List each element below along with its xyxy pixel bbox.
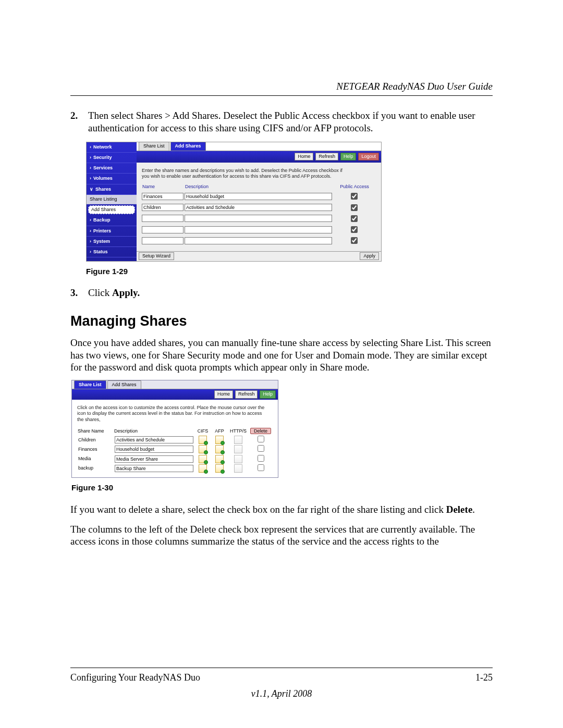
name-input[interactable] [142, 215, 183, 222]
setup-wizard-button[interactable]: Setup Wizard [139, 252, 174, 260]
footer-left: Configuring Your ReadyNAS Duo [70, 672, 200, 683]
help-button[interactable]: Help [340, 153, 357, 161]
step-3-bold: Apply. [112, 287, 140, 298]
para-delete: If you want to delete a share, select th… [70, 503, 493, 516]
delete-checkbox[interactable] [258, 445, 264, 452]
public-access-checkbox[interactable] [351, 193, 358, 200]
https-access-icon[interactable] [234, 445, 242, 453]
name-input[interactable] [142, 204, 183, 211]
public-access-checkbox[interactable] [351, 204, 358, 211]
para-delete-a: If you want to delete a share, select th… [70, 504, 446, 515]
help-button[interactable]: Help [260, 390, 276, 398]
sidebar-label-services: Services [93, 165, 113, 171]
afp-access-icon[interactable] [215, 436, 224, 444]
public-access-checkbox[interactable] [351, 226, 358, 233]
apply-button[interactable]: Apply [360, 252, 379, 260]
para-delete-bold: Delete [446, 504, 473, 515]
desc-input[interactable] [115, 465, 193, 472]
sidebar-item-network[interactable]: › Network [87, 142, 137, 153]
delete-checkbox[interactable] [258, 464, 264, 471]
sidebar-label-system: System [93, 239, 110, 244]
desc-input[interactable] [115, 455, 193, 463]
col-https: HTTP/S [228, 428, 249, 435]
cifs-access-icon[interactable] [199, 455, 207, 463]
step-2-number: 2. [70, 109, 81, 134]
tab-add-shares[interactable]: Add Shares [107, 380, 141, 389]
fig29-tabbar: Share List Add Shares [137, 142, 381, 151]
share-name-cell: Finances [77, 445, 114, 454]
refresh-button[interactable]: Refresh [315, 153, 338, 161]
https-access-icon[interactable] [234, 464, 242, 473]
home-button[interactable]: Home [295, 153, 313, 161]
sidebar-item-system[interactable]: › System [87, 237, 137, 247]
step-3-pre: Click [88, 287, 112, 298]
public-access-checkbox[interactable] [351, 215, 358, 222]
table-row [142, 236, 376, 246]
public-access-checkbox[interactable] [351, 237, 358, 244]
cifs-access-icon[interactable] [199, 436, 207, 444]
sidebar-label-security: Security [93, 155, 112, 161]
col-description: Description [114, 428, 194, 435]
header-rule [70, 95, 493, 96]
tab-add-shares[interactable]: Add Shares [170, 142, 206, 150]
afp-access-icon[interactable] [215, 464, 224, 473]
sidebar-label-network: Network [93, 144, 112, 150]
footer-version: v1.1, April 2008 [70, 688, 493, 699]
col-delete: Delete [249, 428, 273, 435]
logout-button[interactable]: Logout [358, 153, 379, 161]
table-row [142, 191, 376, 202]
step-3-text: Click Apply. [88, 287, 493, 299]
sidebar-item-backup[interactable]: › Backup [87, 215, 137, 226]
share-list-table: Share Name Description CIFS AFP HTTP/S D… [77, 428, 273, 473]
sidebar-item-volumes[interactable]: › Volumes [87, 174, 137, 184]
step-3-number: 3. [70, 287, 81, 299]
figure-1-30: Share List Add Shares Home Refresh Help … [71, 380, 278, 478]
desc-input[interactable] [185, 237, 332, 244]
cifs-access-icon[interactable] [199, 445, 207, 453]
refresh-button[interactable]: Refresh [235, 390, 258, 398]
name-input[interactable] [142, 237, 183, 244]
desc-input[interactable] [115, 446, 193, 453]
table-row [142, 214, 376, 225]
sidebar-item-printers[interactable]: › Printers [87, 226, 137, 237]
name-input[interactable] [142, 193, 183, 200]
desc-input[interactable] [185, 226, 332, 233]
delete-header-button[interactable]: Delete [250, 428, 271, 434]
table-row: Finances [77, 445, 273, 454]
desc-input[interactable] [185, 204, 332, 211]
sidebar-sub-share-listing[interactable]: Share Listing [87, 195, 137, 204]
afp-access-icon[interactable] [215, 455, 224, 463]
sidebar-item-services[interactable]: › Services [87, 163, 137, 174]
sidebar-sub-add-shares[interactable]: Add Shares [88, 205, 135, 214]
name-input[interactable] [142, 226, 183, 233]
afp-access-icon[interactable] [215, 445, 224, 453]
sidebar-item-status[interactable]: › Status [87, 247, 137, 257]
delete-checkbox[interactable] [258, 455, 264, 462]
sidebar-label-status: Status [93, 249, 108, 255]
fig29-instructions: Enter the share names and descriptions y… [142, 168, 350, 180]
table-row [142, 225, 376, 236]
desc-input[interactable] [115, 436, 193, 443]
sidebar-label-shares: Shares [95, 187, 111, 192]
fig29-toolbar: Home Refresh Help Logout [137, 151, 381, 163]
https-access-icon[interactable] [234, 436, 242, 444]
tab-share-list[interactable]: Share List [139, 142, 169, 150]
col-afp: AFP [211, 428, 228, 435]
figure-1-29: › Network › Security › Services › Volume… [86, 142, 382, 262]
https-access-icon[interactable] [234, 455, 242, 463]
share-name-cell: Children [77, 435, 114, 445]
table-row: Media [77, 454, 273, 464]
table-row [142, 203, 376, 214]
home-button[interactable]: Home [214, 390, 233, 398]
tab-share-list[interactable]: Share List [74, 380, 106, 389]
sidebar-item-security[interactable]: › Security [87, 153, 137, 163]
desc-input[interactable] [185, 193, 332, 200]
sidebar-item-shares[interactable]: ∨ Shares [87, 184, 137, 195]
para-columns: The columns to the left of the Delete ch… [70, 523, 493, 548]
share-name-cell: Media [77, 454, 114, 464]
figure-1-30-caption: Figure 1-30 [71, 483, 493, 493]
footer-page-number: 1-25 [475, 672, 493, 683]
cifs-access-icon[interactable] [199, 464, 207, 473]
desc-input[interactable] [185, 215, 332, 222]
delete-checkbox[interactable] [258, 436, 264, 442]
